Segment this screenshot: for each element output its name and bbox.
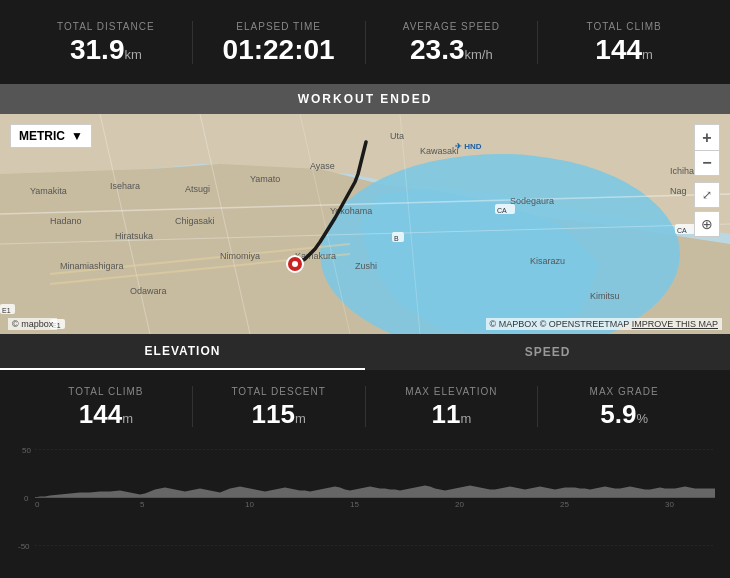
svg-text:Yamakita: Yamakita <box>30 186 67 196</box>
map-container: Minamiashigara Odawara Hiratsuka Chigasa… <box>0 114 730 334</box>
elev-stat-total-climb: TOTAL CLIMB 144m <box>20 386 193 427</box>
zoom-in-button[interactable]: + <box>694 124 720 150</box>
svg-text:25: 25 <box>560 500 569 509</box>
svg-text:Atsugi: Atsugi <box>185 184 210 194</box>
svg-point-37 <box>292 261 298 267</box>
svg-text:✈ HND: ✈ HND <box>455 142 482 151</box>
svg-text:15: 15 <box>350 500 359 509</box>
tab-speed[interactable]: SPEED <box>365 334 730 370</box>
svg-text:Uta: Uta <box>390 131 404 141</box>
top-stats-bar: TOTAL DISTANCE 31.9km ELAPSED TIME 01:22… <box>0 0 730 84</box>
svg-text:30: 30 <box>665 500 674 509</box>
svg-text:B: B <box>394 235 399 242</box>
elev-stat-max-elevation: MAX ELEVATION 11m <box>366 386 539 427</box>
elapsed-time-value: 01:22:01 <box>193 36 365 64</box>
svg-text:CA: CA <box>677 227 687 234</box>
svg-text:Nimomiya: Nimomiya <box>220 251 260 261</box>
svg-text:Ayase: Ayase <box>310 161 335 171</box>
total-climb-top-value: 144m <box>538 36 710 64</box>
elev-max-elevation-label: MAX ELEVATION <box>366 386 538 397</box>
elevation-chart-container: 50 0 -50 0 5 10 15 20 25 30 <box>0 442 730 567</box>
svg-text:5: 5 <box>140 500 145 509</box>
svg-text:CA: CA <box>497 207 507 214</box>
map-credit: © MAPBOX © OPENSTREETMAP IMPROVE THIS MA… <box>486 318 723 330</box>
svg-text:20: 20 <box>455 500 464 509</box>
metric-label: METRIC <box>19 129 65 143</box>
chevron-down-icon: ▼ <box>71 129 83 143</box>
elev-max-grade-label: MAX GRADE <box>538 386 710 397</box>
map-background: Minamiashigara Odawara Hiratsuka Chigasa… <box>0 114 730 334</box>
stat-total-climb-top: TOTAL CLIMB 144m <box>538 21 710 64</box>
svg-text:Yamato: Yamato <box>250 174 280 184</box>
svg-text:10: 10 <box>245 500 254 509</box>
svg-text:Isehara: Isehara <box>110 181 140 191</box>
svg-text:Sodegaura: Sodegaura <box>510 196 554 206</box>
svg-text:Hadano: Hadano <box>50 216 82 226</box>
metric-dropdown[interactable]: METRIC ▼ <box>10 124 92 148</box>
svg-text:-50: -50 <box>18 542 30 551</box>
elevation-stats-bar: TOTAL CLIMB 144m TOTAL DESCENT 115m MAX … <box>0 370 730 442</box>
svg-marker-54 <box>35 486 715 498</box>
mapbox-logo: © mapbox <box>8 318 57 330</box>
svg-text:Kimitsu: Kimitsu <box>590 291 620 301</box>
svg-text:0: 0 <box>24 494 29 503</box>
elev-max-grade-value: 5.9% <box>538 401 710 427</box>
svg-text:Zushi: Zushi <box>355 261 377 271</box>
chart-tabs: ELEVATION SPEED <box>0 334 730 370</box>
stat-elapsed-time: ELAPSED TIME 01:22:01 <box>193 21 366 64</box>
elev-stat-total-descent: TOTAL DESCENT 115m <box>193 386 366 427</box>
svg-text:Chigasaki: Chigasaki <box>175 216 215 226</box>
stat-average-speed: AVERAGE SPEED 23.3km/h <box>366 21 539 64</box>
improve-map-link[interactable]: IMPROVE THIS MAP <box>632 319 718 329</box>
elev-total-descent-label: TOTAL DESCENT <box>193 386 365 397</box>
svg-text:Odawara: Odawara <box>130 286 167 296</box>
svg-text:50: 50 <box>22 446 31 455</box>
elapsed-time-label: ELAPSED TIME <box>193 21 365 32</box>
average-speed-value: 23.3km/h <box>366 36 538 64</box>
svg-text:0: 0 <box>35 500 40 509</box>
fullscreen-button[interactable]: ⤢ <box>694 182 720 208</box>
elev-max-elevation-value: 11m <box>366 401 538 427</box>
elev-total-climb-value: 144m <box>20 401 192 427</box>
map-zoom-controls: + − ⤢ ⊕ <box>694 124 720 237</box>
zoom-out-button[interactable]: − <box>694 150 720 176</box>
svg-text:Kisarazu: Kisarazu <box>530 256 565 266</box>
recenter-button[interactable]: ⊕ <box>694 211 720 237</box>
elev-total-descent-value: 115m <box>193 401 365 427</box>
tab-elevation[interactable]: ELEVATION <box>0 334 365 370</box>
elev-stat-max-grade: MAX GRADE 5.9% <box>538 386 710 427</box>
elevation-chart: 50 0 -50 0 5 10 15 20 25 30 <box>10 442 720 557</box>
average-speed-label: AVERAGE SPEED <box>366 21 538 32</box>
svg-text:Kawasaki: Kawasaki <box>420 146 459 156</box>
total-distance-value: 31.9km <box>20 36 192 64</box>
svg-text:Hiratsuka: Hiratsuka <box>115 231 153 241</box>
workout-banner: WORKOUT ENDED <box>0 84 730 114</box>
stat-total-distance: TOTAL DISTANCE 31.9km <box>20 21 193 64</box>
total-distance-label: TOTAL DISTANCE <box>20 21 192 32</box>
elev-total-climb-label: TOTAL CLIMB <box>20 386 192 397</box>
total-climb-top-label: TOTAL CLIMB <box>538 21 710 32</box>
svg-text:Minamiashigara: Minamiashigara <box>60 261 124 271</box>
svg-text:Nag: Nag <box>670 186 687 196</box>
svg-text:E1: E1 <box>2 307 11 314</box>
